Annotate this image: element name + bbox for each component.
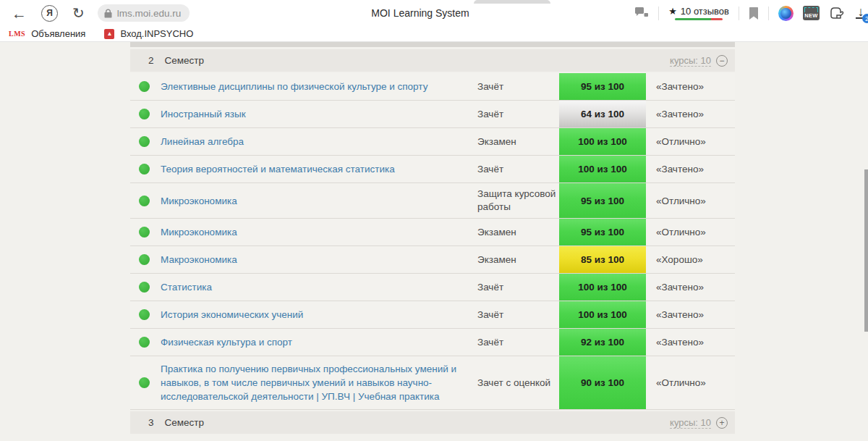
vertical-scrollbar[interactable]: [864, 169, 868, 332]
course-link[interactable]: Микроэкономика: [161, 227, 237, 238]
exam-type: Экзамен: [477, 222, 559, 243]
status-cell: [130, 356, 161, 409]
status-dot-icon: [139, 109, 150, 119]
course-row: Иностранный языкЗачёт64 из 100«Зачтено»: [130, 101, 735, 128]
yandex-browser-icon[interactable]: Я: [41, 5, 58, 22]
course-row: МикроэкономикаЗащита курсовой работы95 и…: [130, 183, 735, 219]
grade-text: «Отлично»: [646, 196, 735, 206]
downloads-icon[interactable]: ↓ 2: [854, 4, 868, 22]
status-cell: [130, 156, 161, 182]
courses-count-link[interactable]: курсы: 10: [670, 55, 711, 67]
course-cell: Статистика: [161, 274, 477, 300]
grade-text: «Отлично»: [646, 377, 735, 388]
lms-favicon: LMS: [9, 30, 25, 38]
bookmarks-bar: LMS Объявления ▲ Вход.INPSYCHO: [0, 26, 868, 42]
score-badge: 100 из 100: [559, 128, 646, 155]
refresh-icon[interactable]: ↻: [72, 6, 85, 20]
course-link[interactable]: Практика по получению первичных професси…: [161, 364, 456, 402]
extension-mitten-icon[interactable]: [829, 7, 844, 20]
expand-section-button[interactable]: +: [716, 417, 728, 429]
page-content: 2 Семестр курсы: 10 − Элективные дисципл…: [0, 42, 868, 441]
exam-type: Защита курсовой работы: [477, 183, 559, 218]
grade-text: «Зачтено»: [646, 164, 735, 175]
course-link[interactable]: Элективные дисциплины по физической куль…: [161, 81, 427, 92]
course-row: Элективные дисциплины по физической куль…: [130, 73, 735, 101]
divider: [768, 7, 769, 20]
address-text: lms.moi.edu.ru: [117, 8, 182, 19]
grade-text: «Отлично»: [646, 227, 735, 238]
exam-type: Зачёт: [477, 76, 559, 98]
course-rows: Элективные дисциплины по физической куль…: [130, 73, 735, 410]
course-cell: Теория вероятностей и математическая ста…: [161, 156, 477, 182]
lock-icon: [104, 9, 112, 18]
extension-sphere-icon[interactable]: [778, 6, 793, 21]
course-link[interactable]: Линейная алгебра: [161, 136, 244, 147]
exam-type: Зачёт: [477, 277, 559, 298]
course-cell: История экономических учений: [161, 302, 477, 327]
score-badge: 100 из 100: [559, 301, 646, 328]
exam-type: Экзамен: [477, 131, 559, 153]
course-link[interactable]: Иностранный язык: [161, 109, 246, 119]
score-badge: 100 из 100: [559, 274, 646, 301]
course-row: СтатистикаЗачёт100 из 100«Зачтено»: [130, 274, 735, 301]
score-badge: 95 из 100: [559, 73, 646, 100]
course-row: Практика по получению первичных професси…: [130, 356, 735, 410]
status-cell: [130, 73, 161, 100]
course-link[interactable]: Микроэкономика: [161, 196, 237, 206]
inpsycho-favicon: ▲: [104, 29, 114, 39]
browser-chrome: ← Я ↻ lms.moi.edu.ru MOI Learning System…: [0, 0, 868, 42]
course-link[interactable]: Физическая культура и спорт: [161, 337, 292, 348]
status-cell: [130, 246, 161, 273]
divider: [739, 7, 739, 20]
bookmark-flag-icon[interactable]: [749, 7, 759, 20]
screenshot-extension-icon[interactable]: NEW: [803, 6, 820, 20]
exam-type: Зачет с оценкой: [477, 372, 559, 394]
semester-2-header: 2 Семестр курсы: 10 −: [130, 49, 735, 72]
course-link[interactable]: Теория вероятностей и математическая ста…: [161, 164, 395, 175]
course-cell: Практика по получению первичных професси…: [161, 356, 477, 409]
grade-text: «Зачтено»: [646, 109, 735, 119]
semester-label: Семестр: [165, 417, 205, 428]
course-link[interactable]: Макроэкономика: [161, 254, 237, 265]
score-badge: 100 из 100: [559, 156, 646, 182]
bookmark-lms-announcements[interactable]: LMS Объявления: [9, 28, 85, 39]
grade-text: «Отлично»: [646, 136, 735, 147]
reviews-label: 10 отзывов: [681, 6, 729, 17]
course-row: Линейная алгебраЭкзамен100 из 100«Отличн…: [130, 128, 735, 156]
address-bar[interactable]: lms.moi.edu.ru: [98, 4, 190, 22]
status-cell: [130, 329, 161, 356]
exam-type: Зачёт: [477, 304, 559, 326]
status-cell: [130, 101, 161, 127]
grades-table: 2 Семестр курсы: 10 − Элективные дисципл…: [130, 42, 735, 435]
status-cell: [130, 219, 161, 245]
status-dot-icon: [139, 227, 150, 238]
status-dot-icon: [139, 196, 150, 206]
reviews-rating[interactable]: ★ 10 отзывов: [668, 6, 729, 20]
exam-type: Зачёт: [477, 104, 559, 125]
status-dot-icon: [139, 254, 150, 265]
grade-text: «Зачтено»: [646, 282, 735, 293]
grade-text: «Зачтено»: [646, 337, 735, 348]
feedback-chat-icon[interactable]: [634, 7, 649, 20]
score-badge: 95 из 100: [559, 183, 646, 218]
course-cell: Микроэкономика: [161, 188, 477, 214]
toolbar-right-icons: ★ 10 отзывов NEW ↓ 2: [634, 0, 868, 26]
score-badge: 64 из 100: [559, 101, 646, 127]
divider: [658, 7, 659, 20]
collapse-section-button[interactable]: −: [716, 55, 728, 67]
grade-text: «Хорошо»: [646, 254, 735, 265]
grade-text: «Зачтено»: [646, 309, 735, 320]
score-badge: 95 из 100: [559, 219, 646, 245]
rating-bar: [675, 18, 723, 20]
course-row: МикроэкономикаЭкзамен95 из 100«Отлично»: [130, 219, 735, 246]
previous-section-edge: [130, 42, 735, 47]
exam-type: Зачёт: [477, 159, 559, 180]
course-link[interactable]: Статистика: [161, 282, 212, 293]
course-link[interactable]: История экономических учений: [161, 309, 303, 320]
course-row: Теория вероятностей и математическая ста…: [130, 156, 735, 183]
back-icon[interactable]: ←: [12, 6, 27, 21]
browser-toolbar: ← Я ↻ lms.moi.edu.ru MOI Learning System…: [0, 0, 868, 26]
courses-count-link[interactable]: курсы: 10: [670, 417, 711, 429]
bookmark-inpsycho-login[interactable]: ▲ Вход.INPSYCHO: [104, 28, 193, 39]
downloads-count-badge: 2: [862, 14, 868, 23]
